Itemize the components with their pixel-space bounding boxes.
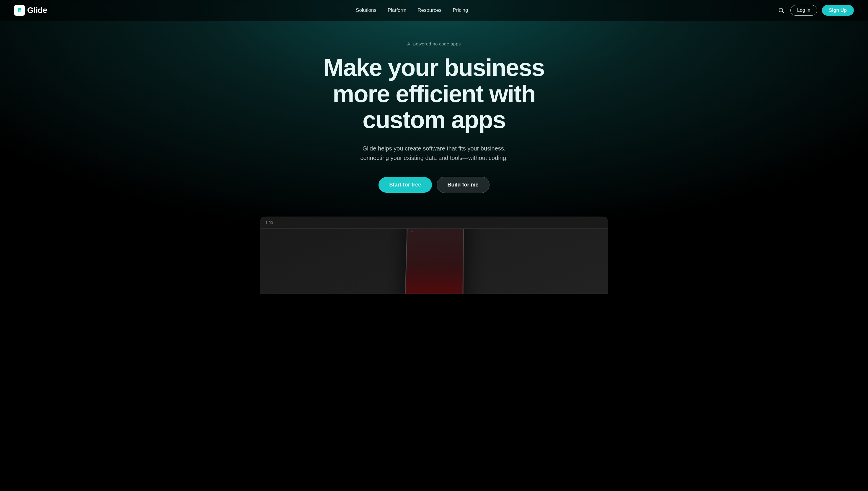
phone-mockup: 09:41 ▌▌▌▌ 📶 🔋 ←	[404, 229, 464, 294]
nav-right: Log In Sign Up	[777, 5, 854, 16]
svg-rect-0	[19, 10, 21, 12]
demo-frame-bar: 1.00	[260, 217, 608, 229]
svg-point-1	[779, 8, 783, 12]
hero-eyebrow: AI-powered no code apps	[407, 41, 460, 46]
demo-frame-content: 09:41 ▌▌▌▌ 📶 🔋 ←	[260, 229, 608, 294]
build-for-me-button[interactable]: Build for me	[437, 177, 489, 193]
hero-headline: Make your business more efficient with c…	[301, 55, 567, 133]
logo-icon	[14, 5, 25, 16]
logo-wordmark: Glide	[27, 6, 47, 15]
navbar: Glide Solutions Platform Resources Prici…	[0, 0, 868, 21]
nav-item-pricing[interactable]: Pricing	[453, 7, 468, 13]
phone-screen: 09:41 ▌▌▌▌ 📶 🔋 ←	[405, 229, 463, 294]
phone-image-area	[405, 229, 463, 294]
logo[interactable]: Glide	[14, 5, 47, 16]
nav-item-platform[interactable]: Platform	[388, 7, 406, 13]
nav-item-resources[interactable]: Resources	[417, 7, 441, 13]
hero-section: AI-powered no code apps Make your busine…	[0, 0, 868, 491]
demo-frame: 1.00 09:41 ▌▌▌▌ 📶 🔋 ←	[260, 216, 608, 294]
login-button[interactable]: Log In	[790, 5, 817, 16]
start-free-button[interactable]: Start for free	[379, 177, 431, 193]
search-button[interactable]	[777, 6, 786, 15]
hero-cta-row: Start for free Build for me	[379, 177, 489, 193]
hero-subheadline: Glide helps you create software that fit…	[351, 144, 517, 163]
nav-links: Solutions Platform Resources Pricing	[356, 7, 468, 13]
svg-line-2	[782, 11, 784, 13]
signup-button[interactable]: Sign Up	[822, 5, 854, 16]
demo-frame-number: 1.00	[265, 221, 273, 225]
nav-item-solutions[interactable]: Solutions	[356, 7, 376, 13]
